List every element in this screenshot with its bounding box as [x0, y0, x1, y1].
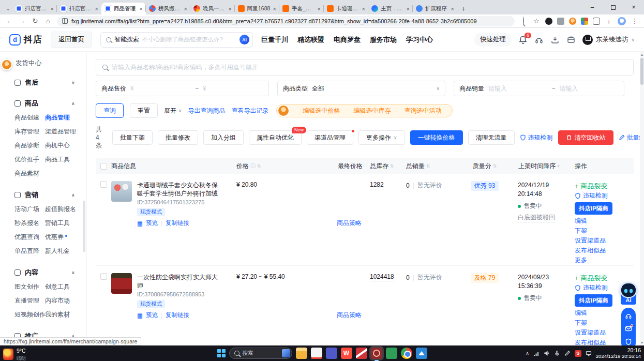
- sidebar-item-short-video[interactable]: 短视频创作: [14, 310, 43, 319]
- goods-strategy-link[interactable]: 商品策略: [337, 181, 362, 265]
- close-icon[interactable]: ×: [362, 6, 365, 12]
- preview-link[interactable]: 预览: [146, 219, 158, 227]
- volume-icon[interactable]: [544, 350, 550, 356]
- goods-title[interactable]: 卡通珊瑚绒手套少女心秋冬保暖手套学生情侣户外骑行加绒防寒手套: [137, 181, 222, 198]
- account-menu[interactable]: 东莱臻选坊 ∨: [582, 35, 635, 45]
- sidebar-item-image-text[interactable]: 图文创作: [14, 282, 43, 291]
- minimize-button[interactable]: –: [582, 0, 603, 14]
- col-stock[interactable]: 总库存 ⇅: [367, 162, 403, 171]
- add-group-button[interactable]: 加入分组: [203, 130, 244, 145]
- plugin-query-activity[interactable]: 查询选中活动: [405, 107, 442, 115]
- empty-recycle-button[interactable]: 清空回收站: [558, 130, 613, 145]
- new-tab-button[interactable]: +: [457, 3, 470, 14]
- reset-button[interactable]: 重置: [130, 103, 158, 118]
- sidebar-item-price-push[interactable]: 优价推手: [14, 155, 43, 164]
- nav-luopan[interactable]: 电商罗盘: [334, 35, 361, 44]
- url-text[interactable]: fxg.jinritemai.com/ffa/g/list?btm_ppre=a…: [71, 18, 477, 24]
- batch-modify-button[interactable]: 批量修改: [158, 130, 198, 145]
- sidebar-item-coupon-query[interactable]: 优惠查询: [14, 233, 43, 242]
- nav-qianchuan[interactable]: 巨量千川: [261, 35, 288, 44]
- sidebar-item-goods-material[interactable]: 商品素材: [14, 169, 43, 178]
- extension-adblock-icon[interactable]: [545, 18, 552, 25]
- close-icon[interactable]: ×: [451, 6, 454, 12]
- sort-icon[interactable]: ⇅: [257, 163, 261, 169]
- tray-expand-icon[interactable]: ∧: [526, 351, 529, 356]
- more-actions-button[interactable]: 更多操作 ∨: [358, 130, 405, 145]
- tab-search-icon[interactable]: ⌄: [4, 3, 12, 14]
- sidebar-group-header[interactable]: 内容 ∧: [0, 264, 86, 281]
- sort-icon[interactable]: ⇅: [390, 163, 394, 169]
- browser-tab[interactable]: 抖店官网 - 抖音小 ×: [12, 3, 57, 14]
- sidebar-item-my-material[interactable]: 我的素材: [45, 310, 82, 319]
- notification-bell[interactable]: 6: [518, 35, 528, 44]
- workbench-icon[interactable]: [566, 35, 576, 44]
- extension-pinwheel-icon[interactable]: [581, 18, 588, 25]
- more-link[interactable]: 更多: [575, 255, 634, 265]
- wps-icon[interactable]: W: [341, 348, 352, 359]
- row-checkbox[interactable]: [100, 181, 107, 188]
- extension-tiger-icon[interactable]: [569, 18, 576, 25]
- ai-search-badge[interactable]: AI: [239, 35, 249, 44]
- sidebar-item-goods-create[interactable]: 商品创建: [14, 113, 43, 122]
- douyin-ip-plugin-button[interactable]: 抖店IP隔商: [575, 294, 612, 307]
- sidebar-item-diagnose[interactable]: 商品诊断: [14, 141, 43, 150]
- close-icon[interactable]: ×: [95, 6, 98, 12]
- query-button[interactable]: 查询: [96, 103, 124, 118]
- goods-title[interactable]: 一次性防尘袋啊实打实大师大师: [137, 273, 222, 290]
- quality-score-badge[interactable]: 优秀 93: [471, 181, 499, 191]
- sidebar-item-live-manage[interactable]: 直播管理: [14, 296, 43, 305]
- select-all-checkbox[interactable]: [100, 163, 107, 170]
- app-icon[interactable]: [311, 348, 322, 359]
- close-icon[interactable]: ×: [184, 6, 187, 12]
- sidebar-item-value-buy[interactable]: 超值购报名: [45, 205, 82, 214]
- scroll-up-icon[interactable]: ▲: [640, 53, 644, 56]
- auto-optimize-button[interactable]: 属性自动优化 New: [249, 130, 302, 145]
- sales-range-filter[interactable]: 商品销量 请输入 ~ 请输入: [454, 81, 624, 96]
- col-price[interactable]: 价格 ⓘ ⇅: [226, 162, 304, 171]
- sidebar-group-header[interactable]: 售后 ∨: [0, 74, 86, 92]
- zoom-icon[interactable]: [519, 17, 528, 25]
- sidebar-item-newbie-gift[interactable]: 新人礼金: [45, 247, 82, 255]
- stock-value[interactable]: 1024418: [370, 273, 394, 281]
- close-icon[interactable]: ×: [273, 6, 276, 12]
- douyin-ip-plugin-button[interactable]: 抖店IP隔商: [575, 202, 612, 215]
- file-explorer-icon[interactable]: [296, 348, 307, 359]
- sidebar-item-content-market[interactable]: 内容市场: [45, 296, 82, 305]
- goods-fission-link[interactable]: + 商品裂变: [575, 181, 634, 191]
- sunlogin-tray-icon[interactable]: S: [575, 350, 581, 357]
- sidebar-item-single-discount[interactable]: 单品直降: [14, 247, 43, 255]
- app-icon[interactable]: [386, 348, 397, 359]
- violation-check-link[interactable]: 违规检测: [575, 191, 634, 201]
- download-center-icon[interactable]: [550, 35, 560, 44]
- sort-icon[interactable]: ⇅: [426, 163, 430, 169]
- home-icon[interactable]: ⌂: [44, 17, 52, 25]
- sidebar-group-header[interactable]: 营销 ∧: [0, 186, 86, 204]
- copy-link[interactable]: 复制链接: [166, 219, 189, 227]
- violation-check-link[interactable]: 违规检测: [520, 133, 553, 142]
- publish-similar-link[interactable]: 发布相似品: [575, 246, 634, 255]
- customer-service-icon[interactable]: [625, 312, 632, 320]
- convert-price-button[interactable]: 一键转换价格: [410, 130, 463, 145]
- doudian-logo[interactable]: d 抖店: [9, 34, 42, 46]
- browser-profile-avatar[interactable]: [618, 17, 626, 25]
- offshelf-link[interactable]: 下架: [575, 226, 634, 236]
- type-filter-select[interactable]: 商品类型 全部 ∨: [277, 81, 445, 96]
- channel-manage-button[interactable]: 渠道品管理: [307, 130, 353, 145]
- site-info-icon[interactable]: [62, 18, 68, 24]
- taskbar-clock[interactable]: 20:16 2024/12/19 20:16:14: [596, 348, 641, 359]
- ai-robot-icon[interactable]: [620, 282, 637, 298]
- network-icon[interactable]: [533, 350, 540, 356]
- reload-icon[interactable]: ↻: [31, 17, 39, 25]
- sidebar-item-coupon[interactable]: 优惠券: [45, 233, 82, 242]
- goods-thumbnail[interactable]: [111, 181, 132, 202]
- goods-strategy-link[interactable]: 商品策略: [337, 273, 362, 345]
- app-icon[interactable]: [356, 348, 367, 359]
- sidebar-item-activity-square[interactable]: 活动广场: [14, 205, 43, 214]
- sidebar-item-channel-goods[interactable]: 渠道品管理: [45, 127, 82, 136]
- browser-tab-active[interactable]: 商品管理 ×: [101, 3, 146, 14]
- goods-thumbnail[interactable]: [111, 273, 132, 294]
- nav-fuwu[interactable]: 服务市场: [370, 35, 397, 44]
- sidebar-item-creative-tools[interactable]: 创意工具: [45, 282, 82, 291]
- plugin-edit-price[interactable]: 编辑选中价格: [303, 107, 340, 115]
- active-app-icon[interactable]: [371, 348, 382, 359]
